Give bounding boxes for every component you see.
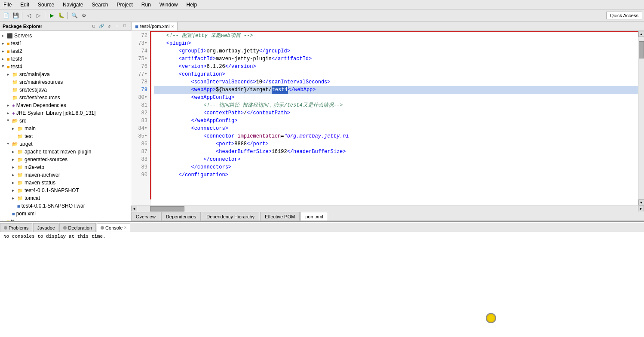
tree-item-maven-deps[interactable]: ▶ ◈ Maven Dependencies	[0, 101, 131, 109]
menu-source[interactable]: Source	[36, 1, 56, 9]
menu-window[interactable]: Window	[158, 1, 180, 9]
expand-main[interactable]: ▶	[12, 126, 17, 131]
tree-item-tomcat[interactable]: ▶ 📁 tomcat	[0, 194, 131, 202]
tree-item-generated-sources[interactable]: ▶ 📁 generated-sources	[0, 156, 131, 163]
tree-item-maven-archiver[interactable]: ▶ 📁 maven-archiver	[0, 171, 131, 179]
toolbar-search[interactable]: 🔍	[70, 11, 79, 20]
code-87-b2: >	[268, 148, 271, 156]
scroll-up-btn[interactable]: ▲	[638, 31, 644, 37]
tree-item-test2[interactable]: ▶ ◼ test2	[0, 47, 131, 55]
expand-apache-tomcat[interactable]: ▶	[12, 150, 17, 154]
toolbar-run[interactable]: ▶	[47, 11, 56, 20]
expand-test3[interactable]: ▶	[2, 57, 7, 61]
menu-project[interactable]: Project	[115, 1, 134, 9]
tab-close-btn[interactable]: ×	[171, 24, 174, 29]
expand-target[interactable]: ▼	[7, 142, 12, 146]
code-editor[interactable]: <!-- 配置jetty 来跑web项目 --> <plugin> <group…	[150, 31, 638, 205]
tree-item-src-main-res[interactable]: 📁 src/main/resources	[0, 78, 131, 86]
console-tab-declaration[interactable]: Declaration	[59, 223, 96, 232]
toolbar-new[interactable]: 📄	[2, 11, 10, 20]
tree-item-m2e-wtp[interactable]: ▶ 📁 m2e-wtp	[0, 163, 131, 171]
expand-jre-lib[interactable]: ▶	[7, 111, 12, 116]
expand-test4-snap[interactable]: ▶	[12, 188, 17, 193]
pom-tab-pom-xml[interactable]: pom.xml	[301, 212, 328, 221]
expand-src-main-java[interactable]: ▶	[7, 72, 12, 77]
package-explorer-tree: ▶ ⬛ Servers ▶ ◼ test1 ▶ ◼ test2	[0, 31, 131, 221]
code-79-pre	[154, 86, 191, 94]
tree-item-test3[interactable]: ▶ ◼ test3	[0, 55, 131, 63]
toolbar-save[interactable]: 💾	[11, 11, 20, 20]
expand-test1[interactable]: ▶	[2, 41, 7, 46]
console-close-btn[interactable]: ×	[124, 225, 126, 230]
expand-servers[interactable]: ▶	[2, 34, 7, 38]
pom-tab-overview[interactable]: Overview	[131, 212, 160, 221]
declaration-dot	[63, 226, 67, 230]
label-maven-archiver: maven-archiver	[25, 172, 60, 178]
pom-tab-dependencies[interactable]: Dependencies	[161, 212, 201, 221]
code-line-83: </webAppConfig>	[154, 117, 638, 125]
expand-test4[interactable]: ▼	[2, 64, 7, 69]
hscroll-thumb[interactable]	[150, 206, 184, 211]
sidebar-maximize[interactable]: □	[121, 23, 128, 30]
expand-src[interactable]: ▼	[7, 119, 12, 123]
expand-m2e-wtp[interactable]: ▶	[12, 165, 17, 170]
tree-item-test1[interactable]: ▶ ◼ test1	[0, 40, 131, 47]
label-m2e-wtp: m2e-wtp	[25, 164, 44, 170]
toolbar-debug[interactable]: 🐛	[57, 11, 65, 20]
menu-help[interactable]: Help	[185, 1, 199, 9]
menu-search[interactable]: Search	[90, 1, 110, 9]
sidebar-collapse-all[interactable]: ⊟	[90, 23, 97, 30]
toolbar-back[interactable]: ◁	[25, 11, 33, 20]
menu-navigate[interactable]: Navigate	[61, 1, 85, 9]
console-tab-javadoc[interactable]: Javadoc	[33, 223, 58, 232]
expand-maven-deps[interactable]: ▶	[7, 103, 12, 108]
expand-tomcat[interactable]: ▶	[12, 196, 17, 201]
tree-item-target[interactable]: ▼ 📂 target	[0, 140, 131, 148]
expand-test2[interactable]: ▶	[2, 49, 7, 54]
hscroll-left-btn[interactable]: ◀	[131, 206, 137, 212]
menu-run[interactable]: Run	[140, 1, 153, 9]
console-tab-problems[interactable]: Problems	[0, 223, 32, 232]
expand-generated-sources[interactable]: ▶	[12, 157, 17, 162]
tree-item-main[interactable]: ▶ 📁 main	[0, 125, 131, 132]
tree-item-src[interactable]: ▼ 📂 src	[0, 117, 131, 125]
red-border-top	[150, 31, 638, 32]
tree-item-apache-tomcat[interactable]: ▶ 📁 apache-tomcat-maven-plugin	[0, 148, 131, 156]
expand-maven-archiver[interactable]: ▶	[12, 173, 17, 178]
tree-item-tt[interactable]: ▶ ◼ tt	[0, 218, 131, 221]
code-77-pre	[154, 70, 179, 78]
sidebar-link[interactable]: 🔗	[98, 23, 105, 30]
tree-item-src-test-java[interactable]: 📁 src/test/java	[0, 86, 131, 94]
quick-access-box[interactable]: Quick Access	[606, 12, 642, 19]
label-test4: test4	[11, 64, 22, 70]
tree-item-test4-war[interactable]: ◼ test4-0.0.1-SNAPSHOT.war	[0, 202, 131, 210]
pom-tab-dep-hierarchy[interactable]: Dependency Hierarchy	[202, 212, 259, 221]
code-79-t1: webApp	[194, 86, 213, 94]
sidebar-sync[interactable]: ↺	[106, 23, 113, 30]
hscroll-right-btn[interactable]: ▶	[638, 206, 644, 212]
menu-file[interactable]: File	[2, 1, 13, 9]
pom-tab-pom-xml-label: pom.xml	[305, 214, 323, 219]
tree-item-test4[interactable]: ▼ ◼ test4	[0, 63, 131, 70]
code-75-pre	[154, 55, 179, 63]
scroll-down-btn[interactable]: ▼	[638, 199, 644, 205]
tree-item-test4-snap[interactable]: ▶ 📁 test4-0.0.1-SNAPSHOT	[0, 187, 131, 194]
code-76-b3: </	[225, 63, 231, 70]
sidebar-minimize[interactable]: —	[113, 23, 120, 30]
tree-item-test-folder[interactable]: 📁 test	[0, 132, 131, 140]
tree-item-servers[interactable]: ▶ ⬛ Servers	[0, 32, 131, 40]
pom-tab-effective-pom[interactable]: Effective POM	[260, 212, 300, 221]
tree-item-jre-lib[interactable]: ▶ ◈ JRE System Library [jdk1.8.0_131]	[0, 109, 131, 117]
tree-item-pom-xml[interactable]: ◼ pom.xml	[0, 210, 131, 218]
toolbar-settings[interactable]: ⚙	[80, 11, 88, 20]
console-tab-console[interactable]: Console ×	[97, 223, 130, 232]
tree-item-maven-status[interactable]: ▶ 📁 maven-status	[0, 179, 131, 187]
editor-tab-pom[interactable]: ◼ test4/pom.xml ×	[131, 22, 178, 31]
menu-edit[interactable]: Edit	[18, 1, 31, 9]
tree-item-src-main-java[interactable]: ▶ 📁 src/main/java	[0, 70, 131, 78]
tree-item-src-test-res[interactable]: 📁 src/test/resources	[0, 94, 131, 101]
code-73-text: <	[154, 40, 169, 47]
scroll-thumb[interactable]	[639, 41, 644, 58]
toolbar-forward[interactable]: ▷	[34, 11, 43, 20]
expand-maven-status[interactable]: ▶	[12, 181, 17, 185]
